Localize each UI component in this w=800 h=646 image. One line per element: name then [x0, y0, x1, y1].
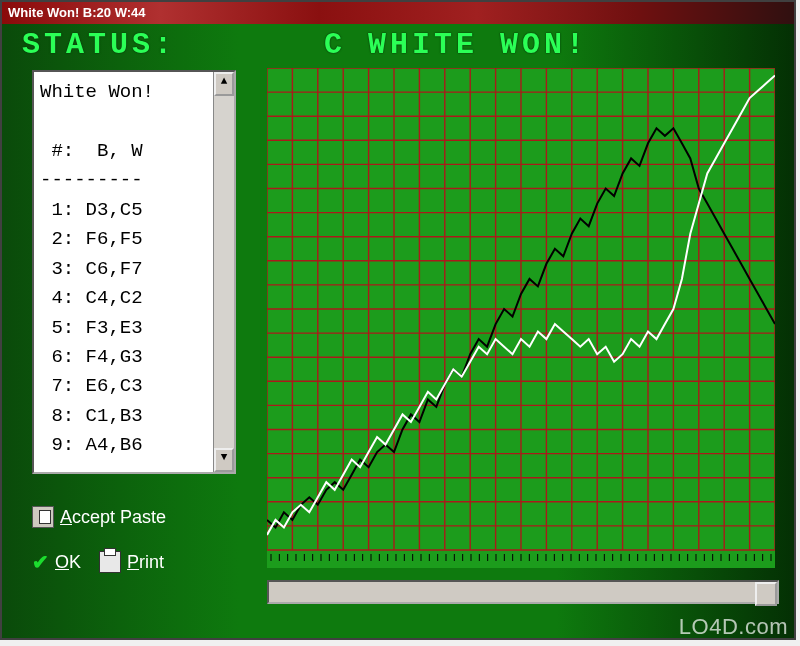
printer-icon — [99, 551, 121, 573]
status-banner: STATUS: C WHITE WON! — [2, 24, 794, 66]
hscroll-right-button[interactable] — [755, 582, 777, 606]
print-label: Print — [127, 552, 164, 573]
ok-label: OK — [55, 552, 81, 573]
scroll-down-button[interactable]: ▼ — [214, 448, 234, 472]
scroll-up-button[interactable]: ▲ — [214, 72, 234, 96]
ok-button[interactable]: ✔ OK — [32, 550, 81, 574]
status-message: C WHITE WON! — [264, 28, 588, 62]
chart-x-ticks — [267, 554, 775, 566]
scroll-track[interactable] — [214, 96, 234, 448]
moves-content: White Won! #: B, W --------- 1: D3,C5 2:… — [34, 72, 213, 472]
vertical-scrollbar[interactable]: ▲ ▼ — [213, 72, 234, 472]
moves-list[interactable]: White Won! #: B, W --------- 1: D3,C5 2:… — [32, 70, 236, 474]
chart-area — [267, 68, 775, 568]
accept-paste-button[interactable]: Accept Paste — [32, 506, 166, 528]
chart-background — [267, 68, 775, 568]
app-window: White Won! B:20 W:44 STATUS: C WHITE WON… — [0, 0, 796, 640]
paste-icon — [32, 506, 54, 528]
status-label: STATUS: — [22, 28, 242, 62]
left-panel: White Won! #: B, W --------- 1: D3,C5 2:… — [32, 70, 232, 574]
chart-lines — [267, 68, 775, 568]
check-icon: ✔ — [32, 550, 49, 574]
print-button[interactable]: Print — [99, 551, 164, 573]
window-title: White Won! B:20 W:44 — [8, 5, 145, 20]
hscroll-track[interactable] — [269, 582, 755, 602]
title-bar[interactable]: White Won! B:20 W:44 — [2, 2, 794, 24]
horizontal-scrollbar[interactable] — [267, 580, 779, 604]
accept-paste-label: Accept Paste — [60, 507, 166, 528]
